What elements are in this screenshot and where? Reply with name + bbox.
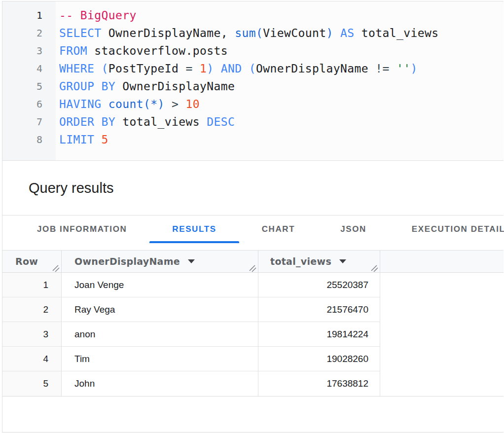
code-line: SELECT OwnerDisplayName, sum(ViewCount) …: [59, 24, 504, 42]
row-number-cell: 5: [2, 371, 62, 396]
line-number: 5: [2, 77, 56, 95]
column-resize-handle-icon[interactable]: [52, 263, 60, 271]
code-line: FROM stackoverflow.posts: [59, 42, 504, 60]
owner-display-name-cell: John: [62, 371, 258, 396]
column-header-label: Row: [15, 256, 38, 267]
code-line: GROUP BY OwnerDisplayName: [59, 77, 504, 95]
results-tab-bar: JOB INFORMATIONRESULTSCHARTJSONEXECUTION…: [2, 216, 504, 250]
table-row: 2Ray Vega21576470: [2, 297, 504, 322]
column-header-label: OwnerDisplayName: [74, 256, 180, 267]
line-number: 6: [2, 95, 56, 113]
line-number: 7: [2, 113, 56, 131]
row-number-cell: 3: [2, 322, 62, 347]
tab-execution-details[interactable]: EXECUTION DETAILS: [389, 216, 504, 243]
tab-job-information[interactable]: JOB INFORMATION: [14, 216, 149, 243]
code-line: HAVING count(*) > 10: [59, 95, 504, 113]
bottom-whitespace: [2, 397, 504, 432]
tab-json[interactable]: JSON: [318, 216, 389, 243]
code-line: LIMIT 5: [59, 131, 504, 148]
column-header-total-views: total_views: [258, 251, 380, 272]
filler-cell: [380, 273, 504, 297]
table-row: 1Joan Venge25520387: [2, 273, 504, 297]
total-views-cell: 17638812: [258, 371, 380, 396]
bigquery-panel: 12345678 -- BigQuerySELECT OwnerDisplayN…: [2, 1, 504, 433]
results-table-body: 1Joan Venge255203872Ray Vega215764703ano…: [2, 273, 504, 396]
row-number-cell: 1: [2, 273, 62, 297]
column-resize-handle-icon[interactable]: [370, 263, 378, 271]
table-row: 5John17638812: [2, 371, 504, 396]
total-views-cell: 19814224: [258, 322, 380, 347]
code-line: -- BigQuery: [59, 6, 504, 24]
column-header-label: total_views: [270, 256, 331, 267]
sql-code-area[interactable]: -- BigQuerySELECT OwnerDisplayName, sum(…: [56, 1, 504, 160]
query-results-header-bar: Query results: [2, 161, 504, 216]
owner-display-name-cell: anon: [62, 322, 258, 347]
filler-cell: [380, 371, 504, 396]
total-views-cell: 25520387: [258, 273, 380, 297]
table-row: 4Tim19028260: [2, 347, 504, 371]
filler-cell: [380, 347, 504, 371]
column-header-filler: [380, 251, 504, 272]
line-number: 3: [2, 42, 56, 60]
column-header-row: Row: [2, 251, 62, 272]
column-sort-dropdown-icon[interactable]: [188, 259, 195, 263]
total-views-cell: 19028260: [258, 347, 380, 371]
filler-cell: [380, 297, 504, 322]
owner-display-name-cell: Ray Vega: [62, 297, 258, 322]
row-number-cell: 2: [2, 297, 62, 322]
owner-display-name-cell: Tim: [62, 347, 258, 371]
query-results-title: Query results: [2, 180, 113, 196]
filler-cell: [380, 322, 504, 347]
total-views-cell: 21576470: [258, 297, 380, 322]
tab-results[interactable]: RESULTS: [149, 216, 239, 243]
row-number-cell: 4: [2, 347, 62, 371]
code-line: WHERE (PostTypeId = 1) AND (OwnerDisplay…: [59, 60, 504, 77]
column-header-ownerdisplayname: OwnerDisplayName: [62, 251, 258, 272]
editor-line-number-gutter: 12345678: [2, 1, 56, 160]
line-number: 2: [2, 24, 56, 42]
tab-chart[interactable]: CHART: [239, 216, 318, 243]
line-number: 1: [2, 6, 56, 24]
column-sort-dropdown-icon[interactable]: [339, 259, 346, 263]
column-resize-handle-icon[interactable]: [249, 263, 256, 271]
line-number: 4: [2, 60, 56, 77]
sql-editor[interactable]: 12345678 -- BigQuerySELECT OwnerDisplayN…: [2, 1, 504, 161]
table-row: 3anon19814224: [2, 322, 504, 347]
owner-display-name-cell: Joan Venge: [62, 273, 258, 297]
code-line: ORDER BY total_views DESC: [59, 113, 504, 131]
results-table-header: Row OwnerDisplayName total_views: [2, 250, 504, 273]
line-number: 8: [2, 131, 56, 148]
